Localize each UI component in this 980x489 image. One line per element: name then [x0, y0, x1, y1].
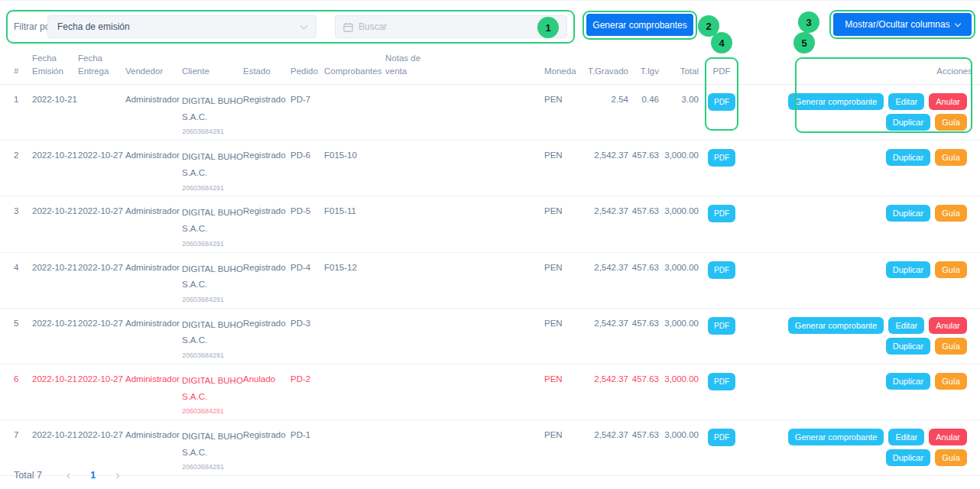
generar-comprobante-button[interactable]: Generar comprobante	[788, 429, 884, 445]
pdf-button[interactable]: PDF	[708, 429, 735, 446]
vendedor-cell: Administrador	[125, 364, 182, 419]
guia-button[interactable]: Guía	[935, 338, 967, 355]
duplicar-button[interactable]: Duplicar	[886, 373, 930, 390]
cliente-name: DIGITAL BUHO S.A.C.	[182, 317, 243, 348]
pdf-button[interactable]: PDF	[708, 149, 735, 167]
estado-cell: Registrado	[243, 196, 290, 251]
actions-cell: DuplicarGuía	[745, 141, 972, 196]
fecha-entrega-cell	[78, 85, 125, 140]
table-row: 62022-10-212022-10-27AdministradorDIGITA…	[0, 364, 980, 420]
duplicar-button[interactable]: Duplicar	[886, 205, 930, 222]
actions-line: DuplicarGuía	[886, 149, 967, 166]
fecha-emision-cell: 2022-10-21	[32, 364, 78, 419]
pdf-cell: PDF	[699, 364, 745, 419]
t-igv-cell: 0.46	[628, 85, 659, 140]
notas-venta-cell	[385, 420, 427, 475]
editar-button[interactable]: Editar	[888, 317, 924, 334]
t-igv-cell: 457.63	[628, 253, 659, 308]
filter-type-select[interactable]: Fecha de emisión	[47, 15, 316, 38]
row-number: 2	[14, 141, 32, 196]
previous-page-button[interactable]: ‹	[62, 468, 75, 482]
pdf-button[interactable]: PDF	[708, 317, 735, 335]
cliente-name: DIGITAL BUHO S.A.C.	[182, 373, 243, 404]
spacer-cell	[427, 309, 544, 364]
actions-line: DuplicarGuía	[886, 114, 967, 131]
t-gravado-cell: 2,542.37	[579, 253, 628, 308]
annotation-badge-4: 4	[711, 32, 732, 53]
comprobantes-cell	[324, 420, 385, 475]
estado-cell: Registrado	[243, 420, 290, 475]
guia-button[interactable]: Guía	[935, 449, 967, 466]
cliente-cell: DIGITAL BUHO S.A.C.20603684291	[182, 364, 243, 419]
t-gravado-cell: 2,542.37	[579, 420, 628, 475]
column-header-comprobantes: Comprobantes	[324, 65, 385, 84]
search-input[interactable]: Buscar	[335, 15, 567, 38]
guia-button[interactable]: Guía	[935, 205, 967, 222]
notas-venta-cell	[385, 196, 427, 251]
pedido-cell: PD-6	[290, 141, 324, 196]
fecha-entrega-cell: 2022-10-27	[78, 196, 125, 251]
guia-button[interactable]: Guía	[935, 114, 967, 131]
guia-button[interactable]: Guía	[935, 373, 967, 390]
current-page-button[interactable]: 1	[86, 470, 100, 481]
duplicar-button[interactable]: Duplicar	[886, 149, 930, 166]
anular-button[interactable]: Anular	[929, 93, 967, 110]
pdf-button[interactable]: PDF	[708, 93, 735, 111]
actions-line: DuplicarGuía	[886, 205, 967, 222]
moneda-cell: PEN	[544, 141, 579, 196]
estado-cell: Registrado	[243, 253, 290, 308]
pedido-cell: PD-7	[290, 85, 324, 140]
mostrar-ocultar-columnas-button[interactable]: Mostrar/Ocultar columnas	[833, 13, 972, 36]
anular-button[interactable]: Anular	[929, 429, 967, 445]
next-page-button[interactable]: ›	[111, 468, 124, 482]
t-gravado-cell: 2,542.37	[579, 196, 628, 251]
cliente-name: DIGITAL BUHO S.A.C.	[182, 205, 243, 236]
pdf-button[interactable]: PDF	[708, 373, 735, 390]
vendedor-cell: Administrador	[125, 420, 182, 475]
spacer-cell	[427, 420, 544, 475]
table-row: 52022-10-212022-10-27AdministradorDIGITA…	[0, 309, 980, 364]
pdf-cell: PDF	[699, 253, 745, 308]
editar-button[interactable]: Editar	[888, 429, 924, 445]
total-cell: 3,000.00	[659, 309, 699, 364]
actions-cell: DuplicarGuía	[745, 253, 972, 308]
t-gravado-cell: 2.54	[579, 85, 628, 140]
actions-cell: Generar comprobanteEditarAnularDuplicarG…	[745, 420, 972, 475]
chevron-down-icon	[954, 20, 960, 26]
pdf-button[interactable]: PDF	[708, 261, 735, 279]
t-gravado-cell: 2,542.37	[579, 309, 628, 364]
table-header-row: #Fecha EmisiónFecha EntregaVendedorClien…	[0, 50, 980, 85]
pdf-button[interactable]: PDF	[708, 205, 735, 222]
generar-comprobantes-button[interactable]: Generar comprobantes	[586, 14, 693, 36]
pedido-cell: PD-2	[290, 364, 324, 419]
total-cell: 3,000.00	[659, 253, 699, 308]
cliente-name: DIGITAL BUHO S.A.C.	[182, 429, 243, 460]
fecha-emision-cell: 2022-10-21	[32, 141, 78, 196]
spacer-cell	[427, 141, 544, 196]
guia-button[interactable]: Guía	[935, 149, 967, 166]
actions-cell: Generar comprobanteEditarAnularDuplicarG…	[745, 85, 972, 140]
fecha-entrega-cell: 2022-10-27	[78, 420, 125, 475]
table-row: 72022-10-212022-10-27AdministradorDIGITA…	[0, 420, 980, 476]
duplicar-button[interactable]: Duplicar	[886, 338, 930, 355]
calendar-icon	[343, 22, 353, 32]
filter-type-value: Fecha de emisión	[57, 21, 301, 32]
anular-button[interactable]: Anular	[929, 317, 967, 334]
notas-venta-cell	[385, 141, 427, 196]
generar-comprobante-button[interactable]: Generar comprobante	[788, 93, 884, 110]
pedido-cell: PD-1	[290, 420, 324, 475]
comprobantes-cell	[324, 364, 385, 419]
notas-venta-cell	[385, 364, 427, 419]
pedido-cell: PD-4	[290, 253, 324, 308]
duplicar-button[interactable]: Duplicar	[886, 114, 930, 131]
t-igv-cell: 457.63	[628, 420, 659, 475]
pedido-cell: PD-5	[290, 196, 324, 251]
fecha-emision-cell: 2022-10-21	[32, 420, 78, 475]
fecha-emision-cell: 2022-10-21	[32, 85, 78, 140]
editar-button[interactable]: Editar	[888, 93, 924, 110]
guia-button[interactable]: Guía	[935, 261, 967, 278]
vendedor-cell: Administrador	[125, 253, 182, 308]
generar-comprobante-button[interactable]: Generar comprobante	[788, 317, 884, 334]
duplicar-button[interactable]: Duplicar	[886, 449, 930, 466]
duplicar-button[interactable]: Duplicar	[886, 261, 930, 278]
